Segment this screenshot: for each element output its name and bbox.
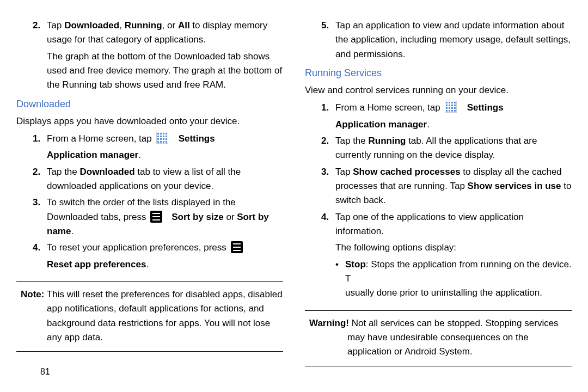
step-5-continued: 5. Tap an application to view and update… [305, 19, 572, 62]
step-content: To reset your application preferences, p… [47, 241, 283, 255]
downloaded-step-2: 2. Tap the Downloaded tab to view a list… [16, 165, 283, 194]
page-number: 81 [40, 367, 50, 377]
step-2-continued: 2. Tap Downloaded, Running, or All to di… [16, 19, 283, 47]
note-body: Note: This will reset the preferences fo… [16, 287, 283, 345]
running-intro: View and control services running on you… [305, 83, 572, 97]
downloaded-step-1-sub: Application manager. [16, 148, 283, 162]
running-step-1-sub: Application manager. [305, 118, 572, 132]
running-services-heading: Running Services [305, 66, 572, 81]
bullet-content: Stop: Stops the application from running… [345, 258, 572, 301]
downloaded-step-1: 1. From a Home screen, tap Settings [16, 132, 283, 146]
right-column: 5. Tap an application to view and update… [305, 16, 572, 365]
step-content: Tap an application to view and update in… [335, 19, 572, 62]
step-content: Tap Show cached processes to display all… [335, 165, 572, 208]
stop-bullet: Stop: Stops the application from running… [305, 258, 572, 301]
step-content: Tap one of the applications to view appl… [335, 210, 572, 239]
step-content: From a Home screen, tap Settings [335, 101, 572, 115]
running-step-3: 3. Tap Show cached processes to display … [305, 165, 572, 208]
menu-icon [231, 241, 243, 253]
step-number: 2. [321, 134, 335, 148]
running-step-4: 4. Tap one of the applications to view a… [305, 210, 572, 239]
downloaded-step-3: 3. To switch the order of the lists disp… [16, 195, 283, 238]
step-number: 1. [33, 132, 47, 146]
step-number: 5. [321, 19, 335, 33]
step-number: 3. [321, 165, 335, 179]
downloaded-step-4: 4. To reset your application preferences… [16, 241, 283, 255]
step-number: 4. [33, 241, 47, 255]
running-step-4-sub: The following options display: [305, 241, 572, 255]
running-step-1: 1. From a Home screen, tap Settings [305, 101, 572, 115]
step-content: Tap the Running tab. All the application… [335, 134, 572, 163]
step-number: 1. [321, 101, 335, 115]
step-content: From a Home screen, tap Settings [47, 132, 283, 146]
step-2-para2: The graph at the bottom of the Downloade… [16, 50, 283, 93]
note-block: Note: This will reset the preferences fo… [16, 281, 283, 352]
step-content: Tap the Downloaded tab to view a list of… [47, 165, 283, 194]
running-step-2: 2. Tap the Running tab. All the applicat… [305, 134, 572, 163]
step-number: 2. [33, 19, 47, 33]
step-number: 3. [33, 195, 47, 210]
step-number: 4. [321, 210, 335, 224]
warning-body: Warning! Not all services can be stopped… [305, 316, 572, 359]
apps-grid-icon [156, 132, 168, 144]
warning-block: Warning! Not all services can be stopped… [305, 310, 572, 366]
left-column: 2. Tap Downloaded, Running, or All to di… [16, 16, 283, 365]
apps-grid-icon [445, 101, 457, 113]
downloaded-heading: Downloaded [16, 97, 283, 112]
step-content: Tap Downloaded, Running, or All to displ… [47, 19, 283, 47]
menu-icon [150, 211, 162, 223]
downloaded-intro: Displays apps you have downloaded onto y… [16, 114, 283, 128]
downloaded-step-4-sub: Reset app preferences. [16, 258, 283, 272]
step-content: To switch the order of the lists display… [47, 195, 283, 238]
step-number: 2. [33, 165, 47, 179]
